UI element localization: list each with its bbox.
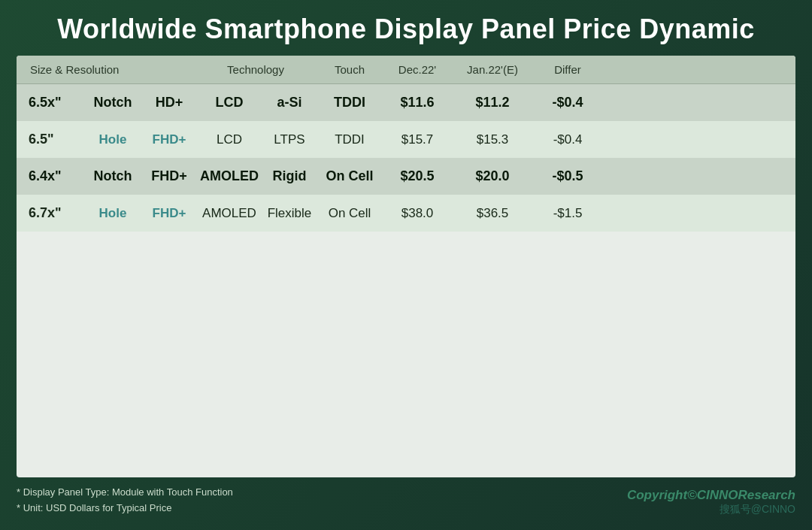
cell-jan22e-2: $20.0	[451, 168, 534, 184]
cell-differ-0: -$0.4	[534, 95, 601, 111]
cell-size-1: 6.5"	[23, 132, 83, 147]
cell-touch-0: TDDI	[316, 95, 383, 111]
header-dec22: Dec.22'	[383, 63, 451, 76]
cell-dec22-3: $38.0	[383, 206, 451, 221]
data-table: Size & Resolution Technology Touch Dec.2…	[17, 56, 795, 477]
table-row: 6.4x" Notch FHD+ AMOLED Rigid On Cell $2…	[17, 158, 795, 195]
cell-res-0: HD+	[143, 95, 195, 111]
cell-touch-1: TDDI	[316, 132, 383, 147]
cell-differ-1: -$0.4	[534, 132, 601, 147]
header-technology: Technology	[195, 63, 316, 76]
cell-touch-3: On Cell	[316, 206, 383, 221]
cell-differ-2: -$0.5	[534, 168, 601, 184]
cell-design-2: Notch	[83, 168, 143, 184]
cell-size-2: 6.4x"	[23, 168, 83, 184]
table-body: 6.5x" Notch HD+ LCD a-Si TDDI $11.6 $11.…	[17, 84, 795, 477]
table-row: 6.7x" Hole FHD+ AMOLED Flexible On Cell …	[17, 195, 795, 232]
cell-touch-2: On Cell	[316, 168, 383, 184]
cell-tech-1: LCD	[195, 132, 263, 147]
copyright-main: Copyright©CINNOResearch	[627, 488, 795, 503]
cell-tech-3: AMOLED	[195, 206, 263, 221]
table-row: 6.5" Hole FHD+ LCD LTPS TDDI $15.7 $15.3…	[17, 121, 795, 158]
cell-substrate-3: Flexible	[263, 206, 316, 221]
page-title: Worldwide Smartphone Display Panel Price…	[17, 14, 795, 45]
cell-dec22-1: $15.7	[383, 132, 451, 147]
footnote-line1: * Display Panel Type: Module with Touch …	[17, 485, 233, 501]
header-size-resolution: Size & Resolution	[23, 63, 195, 76]
cell-tech-0: LCD	[195, 95, 263, 111]
cell-size-0: 6.5x"	[23, 95, 83, 111]
cell-res-2: FHD+	[143, 168, 195, 184]
cell-substrate-1: LTPS	[263, 132, 316, 147]
copyright-block: Copyright©CINNOResearch 搜狐号@CINNO	[627, 488, 795, 516]
copyright-sub: 搜狐号@CINNO	[627, 503, 795, 516]
cell-jan22e-3: $36.5	[451, 206, 534, 221]
cell-jan22e-0: $11.2	[451, 95, 534, 111]
cell-dec22-2: $20.5	[383, 168, 451, 184]
header-jan22e: Jan.22'(E)	[451, 63, 534, 76]
footnotes: * Display Panel Type: Module with Touch …	[17, 485, 233, 516]
cell-size-3: 6.7x"	[23, 205, 83, 221]
cell-dec22-0: $11.6	[383, 95, 451, 111]
table-header: Size & Resolution Technology Touch Dec.2…	[17, 56, 795, 84]
cell-jan22e-1: $15.3	[451, 132, 534, 147]
table-row: 6.5x" Notch HD+ LCD a-Si TDDI $11.6 $11.…	[17, 84, 795, 121]
cell-substrate-2: Rigid	[263, 168, 316, 184]
cell-res-1: FHD+	[143, 132, 195, 147]
header-touch: Touch	[316, 63, 383, 76]
footnote-line2: * Unit: USD Dollars for Typical Price	[17, 501, 233, 516]
cell-design-0: Notch	[83, 95, 143, 111]
cell-design-1: Hole	[83, 132, 143, 147]
header-differ: Differ	[534, 63, 601, 76]
cell-res-3: FHD+	[143, 206, 195, 221]
cell-differ-3: -$1.5	[534, 206, 601, 221]
cell-tech-2: AMOLED	[195, 168, 263, 184]
page-container: Worldwide Smartphone Display Panel Price…	[0, 0, 812, 530]
cell-design-3: Hole	[83, 206, 143, 221]
cell-substrate-0: a-Si	[263, 95, 316, 111]
footer: * Display Panel Type: Module with Touch …	[17, 477, 795, 519]
